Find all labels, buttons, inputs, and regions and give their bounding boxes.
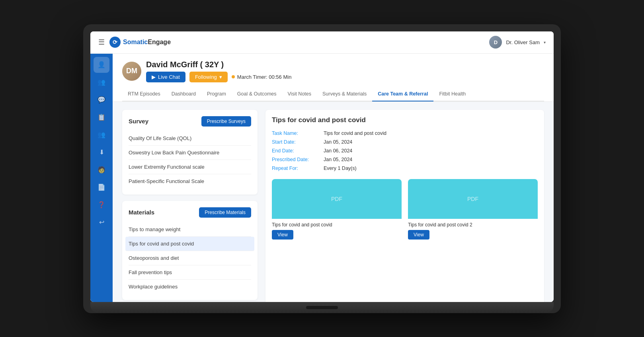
tabs-row: RTM Episodes Dashboard Program Goal & Ou… — [122, 87, 544, 101]
patient-info-row: DM David McGriff ( 32Y ) ▶ Live Chat — [122, 60, 544, 87]
left-panel: Survey Prescribe Surveys Quality Of Life… — [122, 110, 258, 302]
label-start-date: Start Date: — [272, 139, 324, 145]
patient-details: David McGriff ( 32Y ) ▶ Live Chat Follow… — [146, 60, 544, 82]
logo-text: SomaticEngage — [123, 39, 171, 46]
chevron-down-icon[interactable]: ▾ — [544, 40, 546, 45]
material-card-1: PDF Tips for covid and post covid View — [272, 179, 402, 243]
hamburger-button[interactable]: ☰ — [98, 38, 105, 47]
sidebar-item-group[interactable]: 👥 — [94, 127, 109, 143]
materials-title: Materials — [129, 209, 154, 216]
card-preview-2: PDF — [408, 179, 538, 219]
user-avatar: D — [489, 36, 502, 49]
prescribe-materials-button[interactable]: Prescribe Materials — [199, 207, 251, 218]
card-footer-1: Tips for covid and post covid View — [272, 219, 402, 243]
list-item[interactable]: Oswestry Low Back Pain Questionnaire — [129, 146, 251, 160]
list-item[interactable]: Workplace guidelines — [129, 280, 251, 294]
user-name: Dr. Oliver Sam — [506, 39, 540, 45]
card-preview-1: PDF — [272, 179, 402, 219]
live-chat-button[interactable]: ▶ Live Chat — [146, 72, 185, 82]
materials-section: Materials Prescribe Materials Tips to ma… — [122, 201, 258, 300]
list-item[interactable]: Fall prevention tips — [129, 265, 251, 280]
list-item[interactable]: Lower Extremity Functional scale — [129, 160, 251, 174]
tab-goals[interactable]: Goal & Outcomes — [232, 87, 282, 101]
sidebar-item-reports[interactable]: 📄 — [94, 179, 109, 195]
value-prescribed-date: Jan 05, 2024 — [324, 157, 538, 162]
value-start-date: Jan 05, 2024 — [324, 139, 538, 145]
value-task-name: Tips for covid and post covid — [324, 131, 538, 136]
nav-left: ☰ ⟳ SomaticEngage — [98, 37, 171, 48]
main-layout: 👤 👥 💬 📋 👥 ⬇ 🧑 📄 ❓ ↩ — [90, 54, 554, 302]
tab-fitbit[interactable]: Fitbit Health — [433, 87, 471, 101]
value-end-date: Jan 06, 2024 — [324, 148, 538, 154]
material-card-2: PDF Tips for covid and post covid 2 View — [408, 179, 538, 243]
sidebar: 👤 👥 💬 📋 👥 ⬇ 🧑 📄 ❓ ↩ — [90, 54, 113, 302]
view-button-2[interactable]: View — [408, 230, 429, 240]
detail-grid: Task Name: Tips for covid and post covid… — [272, 131, 538, 171]
pdf-icon-2: PDF — [467, 196, 478, 202]
card-name-1: Tips for covid and post covid — [272, 222, 402, 228]
timer-info: March Timer: 00:56 Min — [232, 74, 292, 80]
list-item[interactable]: Patient-Specific Functional Scale — [129, 174, 251, 188]
tab-dashboard[interactable]: Dashboard — [166, 87, 201, 101]
right-panel: Tips for covid and post covid Task Name:… — [265, 110, 544, 302]
sidebar-item-person[interactable]: 🧑 — [94, 162, 109, 178]
main-content: Survey Prescribe Surveys Quality Of Life… — [113, 102, 554, 302]
card-footer-2: Tips for covid and post covid 2 View — [408, 219, 538, 243]
patient-actions: ▶ Live Chat Following ▾ — [146, 72, 544, 82]
list-item[interactable]: Osteoporosis and diet — [129, 251, 251, 265]
tab-visit-notes[interactable]: Visit Notes — [282, 87, 317, 101]
content-area: DM David McGriff ( 32Y ) ▶ Live Chat — [113, 54, 554, 302]
following-button[interactable]: Following ▾ — [189, 72, 228, 82]
timer-label: March Timer: 00:56 Min — [237, 74, 292, 80]
value-repeat-for: Every 1 Day(s) — [324, 166, 538, 171]
view-button-1[interactable]: View — [272, 230, 293, 240]
patient-name: David McGriff ( 32Y ) — [146, 60, 544, 69]
label-task-name: Task Name: — [272, 131, 324, 136]
sidebar-item-chat[interactable]: 💬 — [94, 92, 109, 108]
patient-header: DM David McGriff ( 32Y ) ▶ Live Chat — [113, 54, 554, 102]
label-end-date: End Date: — [272, 148, 324, 154]
logo-icon: ⟳ — [109, 37, 121, 48]
sidebar-item-download[interactable]: ⬇ — [94, 144, 109, 160]
logo: ⟳ SomaticEngage — [109, 37, 171, 48]
sidebar-item-patients[interactable]: 👤 — [94, 57, 109, 73]
patient-avatar: DM — [122, 62, 141, 81]
tab-care-team[interactable]: Care Team & Referral — [372, 87, 433, 101]
material-cards: PDF Tips for covid and post covid View — [272, 179, 538, 243]
detail-title: Tips for covid and post covid — [272, 116, 538, 124]
sidebar-item-calendar[interactable]: 📋 — [94, 109, 109, 125]
label-prescribed-date: Prescribed Date: — [272, 157, 324, 162]
list-item[interactable]: Quality Of Life Scale (QOL) — [129, 131, 251, 146]
list-item[interactable]: Tips to manage weight — [129, 222, 251, 237]
card-name-2: Tips for covid and post covid 2 — [408, 222, 538, 228]
materials-header: Materials Prescribe Materials — [129, 207, 251, 218]
label-repeat-for: Repeat For: — [272, 166, 324, 171]
timer-dot — [232, 75, 235, 78]
survey-header: Survey Prescribe Surveys — [129, 116, 251, 127]
chevron-icon: ▾ — [219, 74, 222, 80]
video-icon: ▶ — [152, 74, 156, 80]
tab-rtm-episodes[interactable]: RTM Episodes — [122, 87, 166, 101]
survey-section: Survey Prescribe Surveys Quality Of Life… — [122, 110, 258, 195]
prescribe-surveys-button[interactable]: Prescribe Surveys — [201, 116, 251, 127]
tab-surveys[interactable]: Surveys & Materials — [317, 87, 372, 101]
pdf-icon-1: PDF — [331, 196, 342, 202]
list-item-selected[interactable]: Tips for covid and post covid — [125, 237, 254, 251]
sidebar-item-team[interactable]: 👥 — [94, 74, 109, 90]
tab-program[interactable]: Program — [201, 87, 232, 101]
sidebar-item-back[interactable]: ↩ — [94, 214, 109, 230]
nav-right: D Dr. Oliver Sam ▾ — [489, 36, 546, 49]
top-navigation: ☰ ⟳ SomaticEngage D Dr. Oliver Sam ▾ — [90, 31, 554, 54]
survey-title: Survey — [129, 118, 148, 125]
sidebar-item-help[interactable]: ❓ — [94, 197, 109, 213]
